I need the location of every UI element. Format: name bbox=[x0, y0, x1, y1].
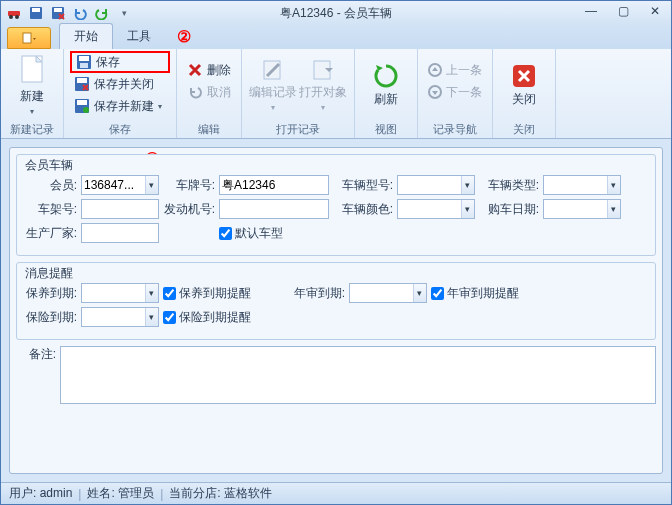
annotation-2: ② bbox=[177, 27, 191, 46]
svg-rect-13 bbox=[77, 78, 87, 83]
arrow-up-icon bbox=[428, 63, 442, 77]
memo-row: 备注: bbox=[16, 346, 656, 404]
new-button[interactable]: 新建 ▾ bbox=[7, 51, 57, 119]
svg-rect-10 bbox=[79, 56, 89, 61]
ribbon-group-open: 编辑记录▾ 打开对象▾ 打开记录 bbox=[242, 49, 355, 138]
saveclose-icon[interactable] bbox=[49, 4, 67, 22]
default-model-checkbox[interactable]: 默认车型 bbox=[219, 225, 283, 242]
reminder-group: 消息提醒 保养到期: ▾ 保养到期提醒 年审到期: ▾ 年审到期提醒 保险到期:… bbox=[16, 262, 656, 340]
chevron-down-icon[interactable]: ▾ bbox=[461, 200, 474, 218]
vin-input[interactable] bbox=[81, 199, 159, 219]
save-button[interactable]: 保存 bbox=[70, 51, 170, 73]
chevron-down-icon: ▾ bbox=[158, 102, 162, 111]
ribbon-group-nav: 上一条 下一条 记录导航 bbox=[418, 49, 493, 138]
svg-point-2 bbox=[15, 15, 19, 19]
buydate-combo[interactable]: ▾ bbox=[543, 199, 621, 219]
maker-input[interactable] bbox=[81, 223, 159, 243]
car-icon[interactable] bbox=[5, 4, 23, 22]
chevron-down-icon[interactable]: ▾ bbox=[145, 176, 158, 194]
vehicle-group: 会员车辆 会员: ▾ 车牌号: 车辆型号: ▾ 车辆类型: ▾ 车架号: 发动机… bbox=[16, 154, 656, 256]
inspect-reminder-checkbox[interactable]: 年审到期提醒 bbox=[431, 285, 519, 302]
save-icon[interactable] bbox=[27, 4, 45, 22]
status-bar: 用户: admin | 姓名: 管理员 | 当前分店: 蓝格软件 bbox=[1, 482, 671, 504]
status-user: 用户: admin bbox=[9, 485, 72, 502]
refresh-icon bbox=[373, 63, 399, 89]
svg-rect-15 bbox=[77, 100, 87, 105]
title-bar: ▾ 粤A12346 - 会员车辆 — ▢ ✕ bbox=[1, 1, 671, 25]
maint-reminder-checkbox[interactable]: 保养到期提醒 bbox=[163, 285, 251, 302]
chevron-down-icon[interactable]: ▾ bbox=[607, 176, 620, 194]
disk-close-icon bbox=[74, 76, 90, 92]
ribbon-tab-strip: 开始 工具 ② bbox=[1, 25, 671, 49]
chevron-down-icon[interactable]: ▾ bbox=[145, 284, 158, 302]
save-new-button[interactable]: 保存并新建 ▾ bbox=[70, 95, 170, 117]
close-icon bbox=[511, 63, 537, 89]
ribbon-group-save: 保存 保存并关闭 保存并新建 ▾ 保存 bbox=[64, 49, 177, 138]
insure-reminder-checkbox[interactable]: 保险到期提醒 bbox=[163, 309, 251, 326]
delete-icon bbox=[187, 62, 203, 78]
color-combo[interactable]: ▾ bbox=[397, 199, 475, 219]
cancel-button[interactable]: 取消 bbox=[183, 81, 235, 103]
ribbon-group-new: 新建 ▾ 新建记录 bbox=[1, 49, 64, 138]
edit-record-button[interactable]: 编辑记录▾ bbox=[248, 51, 298, 119]
memo-textarea[interactable] bbox=[60, 346, 656, 404]
tab-start[interactable]: 开始 bbox=[59, 23, 113, 49]
svg-rect-0 bbox=[8, 11, 20, 16]
status-name: 姓名: 管理员 bbox=[87, 485, 154, 502]
undo-icon[interactable] bbox=[71, 4, 89, 22]
window-controls: — ▢ ✕ bbox=[579, 3, 667, 19]
app-window: ▾ 粤A12346 - 会员车辆 — ▢ ✕ 开始 工具 ② 新建 ▾ 新建记录 bbox=[0, 0, 672, 505]
ribbon: 新建 ▾ 新建记录 保存 保存并关闭 bbox=[1, 49, 671, 139]
insure-date-combo[interactable]: ▾ bbox=[81, 307, 159, 327]
ribbon-group-edit: 删除 取消 编辑 bbox=[177, 49, 242, 138]
maximize-button[interactable]: ▢ bbox=[611, 3, 635, 19]
svg-rect-4 bbox=[32, 8, 40, 12]
ribbon-group-view: 刷新 视图 bbox=[355, 49, 418, 138]
plate-input[interactable] bbox=[219, 175, 329, 195]
chevron-down-icon: ▾ bbox=[30, 107, 34, 116]
member-combo[interactable]: ▾ bbox=[81, 175, 159, 195]
form-panel: ① 会员车辆 会员: ▾ 车牌号: 车辆型号: ▾ 车辆类型: ▾ 车架号: bbox=[9, 147, 663, 474]
open-object-button[interactable]: 打开对象▾ bbox=[298, 51, 348, 119]
save-close-button[interactable]: 保存并关闭 bbox=[70, 73, 170, 95]
refresh-button[interactable]: 刷新 bbox=[361, 51, 411, 119]
chevron-down-icon[interactable]: ▾ bbox=[145, 308, 158, 326]
svg-point-16 bbox=[83, 107, 89, 113]
svg-rect-6 bbox=[54, 8, 62, 12]
open-icon bbox=[311, 58, 335, 82]
document-icon bbox=[18, 54, 46, 86]
next-record-button[interactable]: 下一条 bbox=[424, 81, 486, 103]
quick-access-toolbar: ▾ bbox=[5, 4, 133, 22]
svg-rect-11 bbox=[80, 63, 88, 68]
disk-new-icon bbox=[74, 98, 90, 114]
chevron-down-icon[interactable]: ▾ bbox=[607, 200, 620, 218]
prev-record-button[interactable]: 上一条 bbox=[424, 59, 486, 81]
type-combo[interactable]: ▾ bbox=[543, 175, 621, 195]
inspect-date-combo[interactable]: ▾ bbox=[349, 283, 427, 303]
status-branch: 当前分店: 蓝格软件 bbox=[169, 485, 272, 502]
ribbon-group-close: 关闭 关闭 bbox=[493, 49, 556, 138]
engine-input[interactable] bbox=[219, 199, 329, 219]
tab-tools[interactable]: 工具 bbox=[113, 24, 165, 49]
disk-icon bbox=[76, 54, 92, 70]
svg-rect-7 bbox=[23, 33, 31, 43]
chevron-down-icon[interactable]: ▾ bbox=[413, 284, 426, 302]
maint-date-combo[interactable]: ▾ bbox=[81, 283, 159, 303]
model-combo[interactable]: ▾ bbox=[397, 175, 475, 195]
chevron-down-icon[interactable]: ▾ bbox=[461, 176, 474, 194]
window-title: 粤A12346 - 会员车辆 bbox=[280, 5, 392, 22]
svg-point-1 bbox=[9, 15, 13, 19]
minimize-button[interactable]: — bbox=[579, 3, 603, 19]
delete-button[interactable]: 删除 bbox=[183, 59, 235, 81]
undo-icon bbox=[187, 84, 203, 100]
pencil-icon bbox=[261, 58, 285, 82]
app-menu-button[interactable] bbox=[7, 27, 51, 49]
redo-icon[interactable] bbox=[93, 4, 111, 22]
arrow-down-icon bbox=[428, 85, 442, 99]
content-area: ① 会员车辆 会员: ▾ 车牌号: 车辆型号: ▾ 车辆类型: ▾ 车架号: bbox=[1, 139, 671, 482]
close-button[interactable]: 关闭 bbox=[499, 51, 549, 119]
qat-dropdown-icon[interactable]: ▾ bbox=[115, 4, 133, 22]
close-window-button[interactable]: ✕ bbox=[643, 3, 667, 19]
